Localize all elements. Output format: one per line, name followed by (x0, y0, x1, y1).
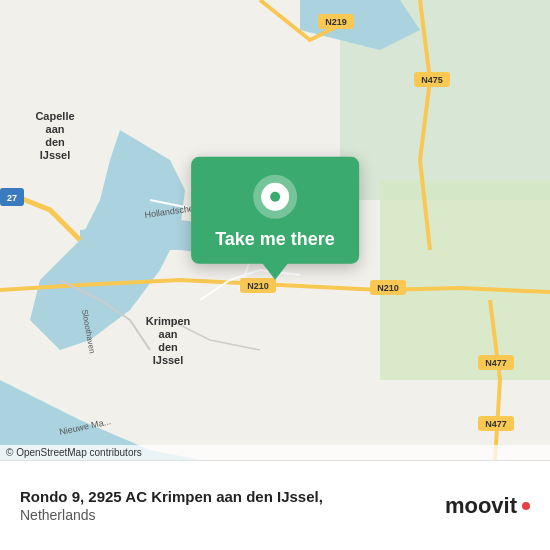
moovit-brand-text: moovit (445, 493, 517, 519)
svg-text:den: den (158, 341, 178, 353)
moovit-dot-icon (522, 502, 530, 510)
svg-text:den: den (45, 136, 65, 148)
take-me-there-button[interactable]: Take me there (215, 229, 335, 250)
attribution-text: © OpenStreetMap contributors (6, 447, 142, 458)
address-line1: Rondo 9, 2925 AC Krimpen aan den IJssel, (20, 488, 323, 505)
address-line2: Netherlands (20, 507, 323, 523)
map-popup[interactable]: Take me there (191, 157, 359, 264)
svg-text:N475: N475 (421, 75, 443, 85)
moovit-logo: moovit (445, 493, 530, 519)
svg-text:Krimpen: Krimpen (146, 315, 191, 327)
svg-text:IJssel: IJssel (40, 149, 71, 161)
address-block: Rondo 9, 2925 AC Krimpen aan den IJssel,… (20, 488, 323, 523)
svg-text:N210: N210 (377, 283, 399, 293)
svg-text:aan: aan (159, 328, 178, 340)
footer: Rondo 9, 2925 AC Krimpen aan den IJssel,… (0, 460, 550, 550)
pin-dot (270, 192, 280, 202)
map-area: N219 N475 N210 N210 N477 N477 27 Capelle… (0, 0, 550, 460)
svg-text:Capelle: Capelle (35, 110, 74, 122)
svg-text:N477: N477 (485, 419, 507, 429)
svg-text:N219: N219 (325, 17, 347, 27)
svg-text:27: 27 (7, 193, 17, 203)
svg-rect-5 (380, 180, 550, 380)
svg-text:N210: N210 (247, 281, 269, 291)
app-container: N219 N475 N210 N210 N477 N477 27 Capelle… (0, 0, 550, 550)
svg-text:N477: N477 (485, 358, 507, 368)
svg-text:IJssel: IJssel (153, 354, 184, 366)
svg-text:aan: aan (46, 123, 65, 135)
map-attribution: © OpenStreetMap contributors (0, 445, 550, 460)
pin-inner (261, 183, 289, 211)
popup-box[interactable]: Take me there (191, 157, 359, 264)
location-pin-icon (253, 175, 297, 219)
